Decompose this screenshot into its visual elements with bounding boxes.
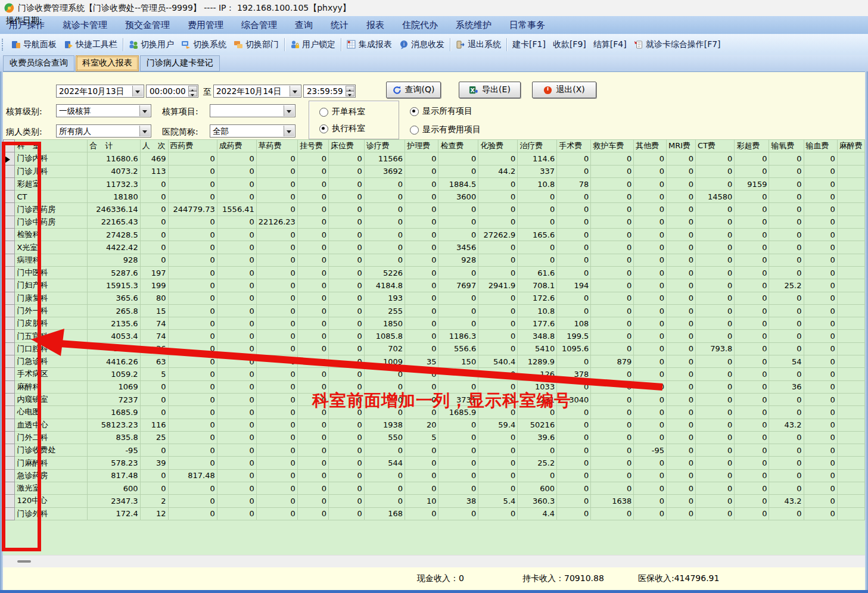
splitter-handle[interactable]: [17, 560, 31, 563]
row-selector[interactable]: [4, 469, 15, 482]
spin-up-icon[interactable]: [188, 86, 197, 91]
table-row[interactable]: 门外一科265.8150000025500010.800000000: [4, 304, 865, 317]
row-selector[interactable]: [4, 279, 15, 292]
tab-收费员综合查询[interactable]: 收费员综合查询: [3, 55, 74, 71]
column-header-手术费[interactable]: 手术费: [557, 140, 591, 152]
radio-open-dept[interactable]: 开单科室: [319, 107, 365, 117]
table-row[interactable]: 内窥镜室7237000000003731023130400000000: [4, 393, 865, 405]
table-row[interactable]: CT1818000000000360000000014580000: [4, 191, 865, 203]
toolbar-退出系统[interactable]: 退出系统: [452, 38, 505, 52]
table-row[interactable]: 急诊药房817.480817.4800000000000000000: [4, 469, 865, 482]
table-row[interactable]: 门皮肤科2135.674000001850000177.61080000000: [4, 317, 865, 330]
row-selector[interactable]: [4, 152, 15, 165]
toolbar-grip[interactable]: [2, 39, 5, 51]
table-row[interactable]: 门口腔科1040636000007020556.6054101095.60007…: [4, 342, 865, 355]
table-row[interactable]: 门康复科365.68000000193000172.600000000: [4, 292, 865, 304]
toolbar-收款[F9][interactable]: 收款[F9]: [549, 38, 590, 52]
patient-select[interactable]: 所有病人: [56, 124, 151, 138]
spin-down-icon[interactable]: [346, 91, 354, 96]
column-header-化验费[interactable]: 化验费: [478, 140, 518, 152]
row-selector[interactable]: [4, 266, 15, 279]
chevron-down-icon[interactable]: [132, 86, 143, 96]
column-header-治疗费[interactable]: 治疗费: [518, 140, 557, 152]
time-from-spinner[interactable]: 00:00:00: [146, 85, 198, 98]
query-button[interactable]: 查询(Q): [386, 82, 441, 98]
table-row[interactable]: 麻醉科106900000000001033000000360: [4, 380, 865, 393]
table-row[interactable]: 门诊中药房22165.4300022126.23000000000000000: [4, 216, 865, 228]
column-header-输氧费[interactable]: 输氧费: [769, 140, 804, 152]
date-from-select[interactable]: 2022年10月13日: [56, 85, 144, 98]
table-row[interactable]: 心电图1685.9000000001685.90000000000: [4, 406, 865, 419]
row-selector[interactable]: [4, 216, 15, 228]
row-selector[interactable]: [4, 444, 15, 457]
table-row[interactable]: 门麻醉科578.23390000054400025.200000000: [4, 457, 865, 469]
row-selector[interactable]: [4, 393, 15, 405]
radio-icon[interactable]: [319, 108, 328, 117]
row-selector[interactable]: [4, 229, 15, 241]
exit-button[interactable]: 退出(X): [532, 82, 596, 98]
column-header-合计[interactable]: 合 计: [88, 140, 140, 152]
chevron-down-icon[interactable]: [139, 105, 150, 116]
toolbar-用户锁定[interactable]: 用户锁定: [287, 38, 339, 52]
column-header-彩超费[interactable]: 彩超费: [735, 140, 769, 152]
table-row[interactable]: 门诊外科172.412000001680004.400000000: [4, 507, 865, 520]
menu-item-就诊卡管理[interactable]: 就诊卡管理: [54, 16, 116, 34]
time-to-spinner[interactable]: 23:59:59: [303, 85, 356, 98]
spin-up-icon[interactable]: [346, 86, 354, 91]
row-selector[interactable]: [4, 191, 15, 203]
row-selector[interactable]: [4, 177, 15, 190]
row-selector[interactable]: [4, 355, 15, 368]
column-header-西药费[interactable]: 西药费: [168, 140, 217, 152]
toolbar-切换系统[interactable]: 切换系统: [178, 38, 230, 52]
menu-item-系统维护[interactable]: 系统维护: [447, 16, 500, 34]
toolbar-结算[F4][interactable]: 结算[F4]: [590, 38, 630, 52]
row-selector[interactable]: [4, 342, 15, 355]
toolbar-集成报表[interactable]: 集成报表: [343, 38, 396, 52]
menu-item-统计[interactable]: 统计: [322, 16, 357, 34]
column-header-诊疗费[interactable]: 诊疗费: [364, 140, 405, 152]
row-selector[interactable]: [4, 431, 15, 444]
row-selector[interactable]: [4, 254, 15, 266]
chevron-down-icon[interactable]: [284, 126, 294, 136]
level-select[interactable]: 一级核算: [56, 104, 151, 117]
tab-科室收入报表[interactable]: 科室收入报表: [76, 55, 139, 71]
row-selector[interactable]: [4, 482, 15, 495]
column-header-救护车费[interactable]: 救护车费: [591, 140, 634, 152]
column-header-草药费[interactable]: 草药费: [256, 140, 297, 152]
column-header-科室[interactable]: 科 室: [15, 140, 88, 152]
chevron-down-icon[interactable]: [139, 126, 150, 136]
table-row[interactable]: 120中心2347.3200000010385.4360.30163800004…: [4, 495, 865, 507]
table-row[interactable]: 检验科27428.500000000027262.9165.600000000: [4, 229, 865, 241]
toolbar-切换用户[interactable]: 切换用户: [125, 38, 178, 52]
radio-selected-icon[interactable]: [410, 107, 419, 116]
column-header-人次[interactable]: 人 次: [140, 140, 168, 152]
row-selector[interactable]: [4, 457, 15, 469]
table-row[interactable]: 门诊内科11680.64690000011566000114.600000000: [4, 152, 865, 165]
menu-item-查询[interactable]: 查询: [286, 16, 322, 34]
table-row[interactable]: 门外二科835.8250000055050039.600000000: [4, 431, 865, 444]
menu-item-报表[interactable]: 报表: [357, 16, 393, 34]
column-header-其他费[interactable]: 其他费: [634, 140, 667, 152]
chevron-down-icon[interactable]: [290, 86, 300, 96]
table-row[interactable]: 门急诊科4416.266300000100935150540.41289.908…: [4, 355, 865, 368]
toolbar-导航面板[interactable]: 导航面板: [8, 38, 60, 52]
item-select[interactable]: [210, 104, 295, 117]
table-row[interactable]: 血透中心58123.2311600000193820059.4502160000…: [4, 419, 865, 431]
column-header-CT费[interactable]: CT费: [696, 140, 735, 152]
table-row[interactable]: 彩超室11732.3000000001884.5010.878000091590…: [4, 177, 865, 190]
column-header-护理费[interactable]: 护理费: [405, 140, 438, 152]
toolbar-消息收发[interactable]: i消息收发: [396, 38, 448, 52]
row-selector[interactable]: [4, 203, 15, 216]
export-button[interactable]: X 导出(E): [459, 82, 521, 98]
column-header-输血费[interactable]: 输血费: [804, 140, 837, 152]
row-selector[interactable]: [4, 304, 15, 317]
column-header-挂号费[interactable]: 挂号费: [297, 140, 328, 152]
chevron-down-icon[interactable]: [284, 105, 294, 116]
row-selector[interactable]: [4, 406, 15, 419]
spin-down-icon[interactable]: [188, 91, 197, 96]
menu-item-日常事务[interactable]: 日常事务: [500, 16, 554, 34]
menu-item-费用管理[interactable]: 费用管理: [179, 16, 232, 34]
table-row[interactable]: 激光室600000000000060000000000: [4, 482, 865, 495]
toolbar-快捷工具栏[interactable]: 快捷工具栏: [60, 38, 121, 52]
table-row[interactable]: 门诊西药房246336.140244779.731556.41000000000…: [4, 203, 865, 216]
